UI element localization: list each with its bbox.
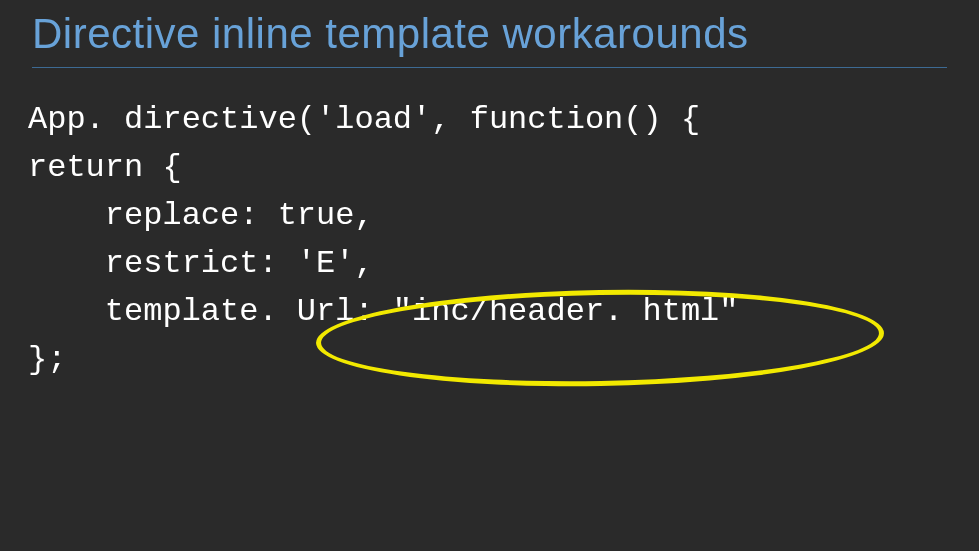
slide-title: Directive inline template workarounds <box>32 8 947 68</box>
code-line-2: return { <box>28 149 182 186</box>
code-line-4: restrict: 'E', <box>28 245 374 282</box>
code-line-1: App. directive('load', function() { <box>28 101 700 138</box>
code-line-6: }; <box>28 341 66 378</box>
code-line-5: template. Url: "inc/header. html" <box>28 293 739 330</box>
code-block: App. directive('load', function() { retu… <box>28 96 739 384</box>
code-line-3: replace: true, <box>28 197 374 234</box>
slide: Directive inline template workarounds Ap… <box>0 0 979 551</box>
